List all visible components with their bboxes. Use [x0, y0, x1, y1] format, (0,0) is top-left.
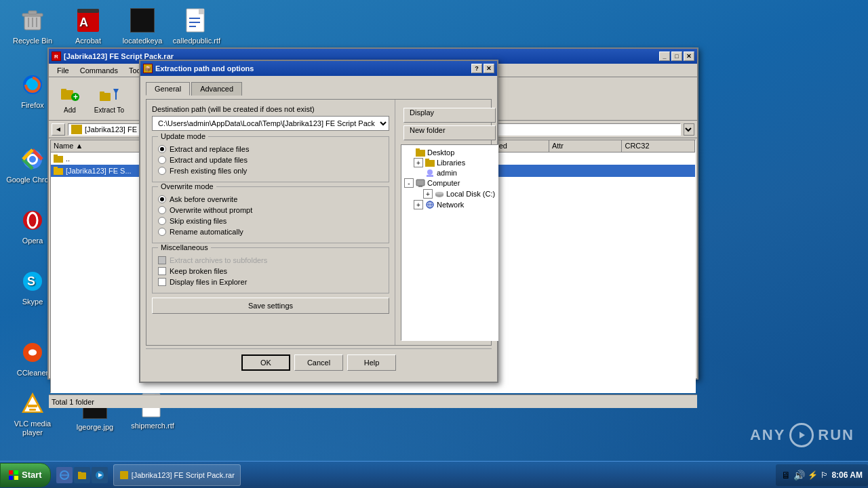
tree-item-libraries[interactable]: + Libraries [414, 157, 495, 168]
tree-item-desktop[interactable]: Desktop [404, 148, 495, 157]
save-settings-label: Save settings [248, 302, 293, 310]
tree-label-libraries: Libraries [437, 159, 465, 167]
taskbar-item-label: [Jabrika123] FE Script Pack.rar [132, 471, 235, 479]
dialog-help-button[interactable]: ? [471, 64, 482, 73]
svg-point-65 [435, 192, 443, 195]
svg-rect-70 [9, 470, 13, 474]
checkbox-keep-broken-btn[interactable] [158, 267, 166, 275]
svg-rect-62 [418, 186, 422, 187]
dialog-title-text: Extraction path and options [155, 64, 254, 73]
tab-content: Destination path (will be created if doe… [146, 99, 492, 346]
network-expander[interactable]: + [414, 200, 423, 209]
quick-launch [54, 467, 111, 483]
folder-tree[interactable]: Desktop + Libraries [401, 144, 498, 341]
dialog-title-left: 📦 Extraction path and options [143, 64, 254, 73]
checkbox-keep-broken[interactable]: Keep broken files [158, 267, 383, 275]
radio-skip-existing-btn[interactable] [158, 217, 166, 225]
radio-fresh-existing-btn[interactable] [158, 167, 166, 175]
misc-label: Miscellaneous [158, 243, 211, 251]
update-mode-label: Update mode [158, 132, 208, 140]
svg-rect-56 [416, 148, 420, 150]
localdisk-expander[interactable]: + [423, 189, 433, 199]
tab-advanced[interactable]: Advanced [191, 82, 242, 96]
radio-overwrite-no-prompt[interactable]: Overwrite without prompt [158, 206, 383, 214]
miscellaneous-group: Miscellaneous Extract archives to subfol… [152, 247, 389, 293]
tree-label-computer: Computer [427, 179, 460, 187]
tree-item-computer[interactable]: - Computer [404, 178, 495, 188]
svg-rect-71 [14, 470, 18, 474]
svg-rect-73 [14, 476, 18, 480]
checkbox-display-explorer[interactable]: Display files in Explorer [158, 278, 383, 286]
tree-item-network[interactable]: + Network [414, 199, 495, 210]
dialog-top-buttons: Display New folder [401, 104, 498, 144]
new-folder-button[interactable]: New folder [403, 125, 496, 140]
dest-path-row: Destination path (will be created if doe… [152, 105, 389, 131]
checkbox-extract-subfolders-label: Extract archives to subfolders [170, 256, 267, 264]
svg-point-59 [427, 169, 433, 175]
radio-rename-auto[interactable]: Rename automatically [158, 228, 383, 236]
action-center-icon[interactable]: 🏳 [821, 470, 829, 480]
radio-ask-before[interactable]: Ask before overwrite [158, 195, 383, 203]
radio-extract-replace-btn[interactable] [158, 145, 166, 153]
checkbox-display-explorer-label: Display files in Explorer [170, 278, 247, 286]
svg-rect-76 [78, 472, 86, 479]
network-tray-icon[interactable]: 🖥 [781, 470, 791, 481]
dialog-titlebar-buttons: ? ✕ [471, 64, 494, 73]
taskbar: Start [Jabrika123] FE Script Pack.rar 🖥 … [0, 461, 868, 488]
radio-extract-update[interactable]: Extract and update files [158, 156, 383, 164]
dialog-footer: OK Cancel Help [146, 348, 492, 376]
checkbox-extract-subfolders-btn[interactable] [158, 256, 166, 264]
extraction-dialog: 📦 Extraction path and options ? ✕ Genera… [139, 60, 498, 383]
dest-path-input[interactable]: C:\Users\admin\AppData\Local\Temp\[Jabri… [152, 116, 389, 131]
dialog-close-button[interactable]: ✕ [484, 64, 494, 73]
explorer-quick-icon[interactable] [74, 467, 90, 483]
antivirus-tray-icon[interactable]: ⚡ [808, 470, 818, 480]
taskbar-item-winrar[interactable]: [Jabrika123] FE Script Pack.rar [113, 464, 241, 486]
start-button[interactable]: Start [0, 463, 51, 487]
taskbar-winrar-icon [119, 470, 129, 480]
ok-button[interactable]: OK [241, 354, 290, 371]
overwrite-mode-group: Overwrite mode Ask before overwrite Over… [152, 186, 389, 243]
radio-overwrite-no-prompt-label: Overwrite without prompt [170, 206, 252, 214]
checkbox-display-explorer-btn[interactable] [158, 278, 166, 286]
radio-extract-replace[interactable]: Extract and replace files [158, 145, 383, 153]
save-settings-button[interactable]: Save settings [152, 298, 389, 314]
radio-overwrite-no-prompt-btn[interactable] [158, 206, 166, 214]
svg-rect-58 [425, 159, 429, 161]
radio-extract-replace-label: Extract and replace files [170, 145, 249, 153]
radio-skip-existing-label: Skip existing files [170, 217, 226, 225]
radio-extract-update-btn[interactable] [158, 156, 166, 164]
clock[interactable]: 8:06 AM [831, 470, 863, 480]
desktop-folder-icon [416, 148, 425, 157]
libraries-expander[interactable]: + [414, 158, 423, 167]
network-icon [425, 201, 435, 209]
svg-rect-77 [78, 472, 81, 473]
ie-quick-icon[interactable] [56, 467, 73, 483]
radio-ask-before-btn[interactable] [158, 195, 166, 203]
sound-tray-icon[interactable]: 🔊 [793, 470, 805, 481]
overwrite-mode-label: Overwrite mode [158, 182, 216, 190]
computer-expander[interactable]: - [404, 178, 414, 188]
cancel-button[interactable]: Cancel [294, 354, 343, 371]
tab-general[interactable]: General [146, 82, 190, 96]
svg-rect-55 [416, 150, 425, 157]
help-button[interactable]: Help [347, 354, 396, 371]
radio-extract-update-label: Extract and update files [170, 156, 248, 164]
radio-rename-auto-btn[interactable] [158, 228, 166, 236]
radio-skip-existing[interactable]: Skip existing files [158, 217, 383, 225]
radio-fresh-existing-label: Fresh existing files only [170, 167, 247, 175]
media-quick-icon[interactable] [92, 467, 108, 483]
tree-item-admin[interactable]: admin [414, 168, 495, 178]
svg-rect-57 [425, 160, 435, 167]
svg-rect-60 [427, 175, 433, 177]
display-button[interactable]: Display [403, 108, 496, 123]
checkbox-extract-subfolders[interactable]: Extract archives to subfolders [158, 256, 383, 264]
tree-item-localdisk[interactable]: + Local Disk (C:) [423, 188, 495, 199]
desktop: Recycle Bin A Acrobat locatedkeya [0, 0, 868, 488]
radio-ask-before-label: Ask before overwrite [170, 195, 237, 203]
radio-fresh-existing[interactable]: Fresh existing files only [158, 167, 383, 175]
tree-label-network: Network [437, 201, 464, 209]
taskbar-items: [Jabrika123] FE Script Pack.rar [111, 464, 776, 486]
system-tray: 🖥 🔊 ⚡ 🏳 8:06 AM [776, 464, 868, 486]
dialog-titlebar: 📦 Extraction path and options ? ✕ [140, 61, 497, 76]
